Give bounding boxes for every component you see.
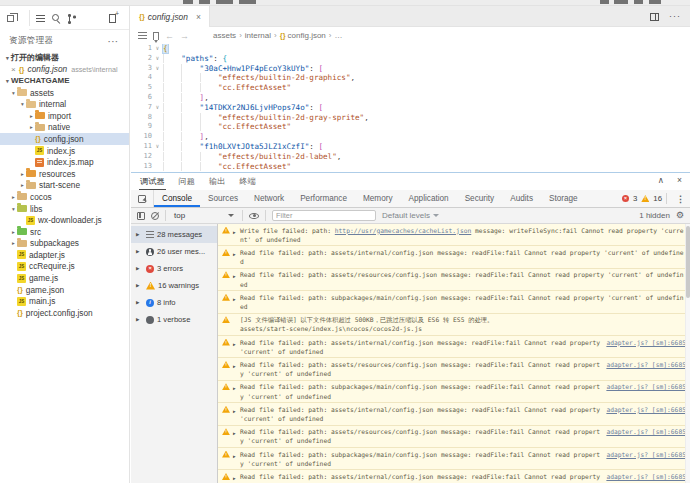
panel-tab-output[interactable]: 输出 <box>208 174 226 190</box>
fold-arrow-icon[interactable]: ∨ <box>152 142 163 152</box>
close-panel-icon[interactable]: × <box>677 176 682 185</box>
source-location-link[interactable]: adapter.js? [sm]:6685 <box>606 405 686 414</box>
devtools-tab-application[interactable]: Application <box>401 190 457 207</box>
tree-item[interactable]: ▸subpackages <box>0 238 129 250</box>
console-warning-message[interactable]: !▶Read file failed: path: assets/resourc… <box>218 269 690 291</box>
tree-item[interactable]: ▸src <box>0 226 129 238</box>
code-text[interactable]: "cc.EffectAsset" <box>163 122 690 132</box>
fold-arrow-icon[interactable]: ∨ <box>152 54 163 64</box>
console-filter-user-messages[interactable]: ▶26 user mes... <box>131 243 217 260</box>
code-text[interactable]: ], <box>163 132 690 142</box>
error-badge-icon[interactable]: × <box>622 195 629 202</box>
explorer-icon[interactable] <box>36 15 45 22</box>
devtools-tab-memory[interactable]: Memory <box>355 190 401 207</box>
code-text[interactable]: "f1h0LXVtJOta5JLZ1xCzfI": [ <box>163 142 690 152</box>
expand-arrow-icon[interactable]: ▶ <box>233 340 240 349</box>
source-location-link[interactable]: adapter.js? [sm]:6685 <box>606 472 686 481</box>
devtools-menu-icon[interactable]: ⋮ <box>676 194 685 204</box>
back-arrow-icon[interactable]: ← <box>165 31 174 41</box>
console-sidebar-toggle-icon[interactable] <box>137 212 145 220</box>
close-icon[interactable]: × <box>11 65 16 74</box>
tree-item[interactable]: ▾libs <box>0 203 129 215</box>
open-editor-config-json[interactable]: × config.json assets\internal <box>0 64 129 76</box>
panel-tab-terminal[interactable]: 终端 <box>238 174 256 190</box>
tree-item[interactable]: ▸import <box>0 110 129 122</box>
tree-item[interactable]: game.js <box>0 272 129 284</box>
expand-arrow-icon[interactable]: ▶ <box>233 384 240 393</box>
console-warning-message[interactable]: !▶Read file failed: path: assets/interna… <box>218 336 690 358</box>
more-actions-icon[interactable]: ··· <box>669 12 681 21</box>
console-warning-message[interactable]: !▶Read file failed: path: assets/resourc… <box>218 358 690 380</box>
code-text[interactable]: "cc.EffectAsset" <box>163 162 690 172</box>
code-text[interactable]: "cc.EffectAsset" <box>163 83 690 93</box>
console-link[interactable]: http://usr/gamecaches/cacheList.json <box>335 227 471 234</box>
expand-arrow-icon[interactable]: ▶ <box>233 407 240 416</box>
clear-console-icon[interactable] <box>151 212 159 220</box>
devtools-tab-security[interactable]: Security <box>457 190 503 207</box>
expand-arrow-icon[interactable]: ▶ <box>233 474 240 483</box>
tree-item[interactable]: game.json <box>0 284 129 296</box>
fold-arrow-icon[interactable]: ∨ <box>152 44 163 54</box>
code-text[interactable]: "effects/builtin-2d-gray-sprite", <box>163 113 690 123</box>
inspect-element-button[interactable] <box>131 190 154 207</box>
code-text[interactable]: "effects/builtin-2d-label", <box>163 152 690 162</box>
console-warning-message[interactable]: !▶Read file failed: path: subpackages/ma… <box>218 291 690 313</box>
console-filter-errors[interactable]: ▶×3 errors <box>131 260 217 277</box>
log-levels-selector[interactable]: Default levels <box>382 211 439 220</box>
tree-item[interactable]: adapter.js <box>0 249 129 261</box>
console-filter-verbose[interactable]: ▶1 verbose <box>131 311 217 328</box>
open-editors-section[interactable]: ▾ 打开的编辑器 <box>0 52 129 64</box>
console-filter-info[interactable]: ▶i8 info <box>131 294 217 311</box>
console-warning-message[interactable]: !▶Read file failed: path: subpackages/ma… <box>218 448 690 470</box>
search-icon[interactable] <box>52 14 61 23</box>
tree-item[interactable]: project.config.json <box>0 307 129 319</box>
panel-tab-problems[interactable]: 问题 <box>178 174 196 190</box>
devtools-tab-sources[interactable]: Sources <box>200 190 246 207</box>
warning-badge-icon[interactable]: ! <box>641 195 649 202</box>
expand-arrow-icon[interactable]: ▶ <box>233 452 240 461</box>
live-expression-icon[interactable] <box>249 213 259 219</box>
more-actions-icon[interactable]: ··· <box>108 37 119 46</box>
tree-item[interactable]: ▾internal <box>0 98 129 110</box>
source-location-link[interactable]: adapter.js? [sm]:6685 <box>606 360 686 369</box>
context-selector[interactable]: top <box>172 211 236 220</box>
code-text[interactable]: "effects/builtin-2d-graphics", <box>163 73 690 83</box>
tree-item[interactable]: ▸start-scene <box>0 180 129 192</box>
tab-config-json[interactable]: config.json × <box>131 6 210 27</box>
breadcrumb-item[interactable]: … <box>334 31 342 40</box>
console-warning-message[interactable]: !▶Read file failed: path: subpackages/ma… <box>218 381 690 403</box>
close-tab-icon[interactable]: × <box>196 12 201 22</box>
devtools-tab-performance[interactable]: Performance <box>292 190 355 207</box>
source-location-link[interactable]: adapter.js? [sm]:6685 <box>606 382 686 391</box>
fold-arrow-icon[interactable]: ∨ <box>152 64 163 74</box>
source-location-link[interactable]: adapter.js? [sm]:6685 <box>606 338 686 347</box>
source-location-link[interactable]: adapter.js? [sm]:6685 <box>606 427 686 436</box>
expand-arrow-icon[interactable]: ▶ <box>233 362 240 371</box>
collapse-panel-icon[interactable]: ∧ <box>658 176 664 185</box>
tree-item[interactable]: ▸cocos <box>0 191 129 203</box>
console-warning-message[interactable]: !▶Read file failed: path: assets/resourc… <box>218 426 690 448</box>
panel-tab-debugger[interactable]: 调试器 <box>139 174 166 190</box>
tree-item[interactable]: ccRequire.js <box>0 261 129 273</box>
bookmark-icon[interactable] <box>153 32 159 40</box>
scrollbar-thumb[interactable] <box>686 226 690 298</box>
console-scrollbar[interactable] <box>685 224 690 483</box>
code-area[interactable]: 1∨{2∨ "paths": {3∨ "30aC+Hnw1PF4pEcoY3kU… <box>131 44 690 172</box>
breadcrumb-item[interactable]: internal <box>245 31 271 40</box>
forward-arrow-icon[interactable]: → <box>180 31 189 41</box>
devtools-tab-console[interactable]: Console <box>154 190 200 207</box>
code-text[interactable]: "paths": { <box>163 54 690 64</box>
console-filter-all-messages[interactable]: ▶28 messages <box>131 226 217 243</box>
breadcrumb-item[interactable]: assets <box>213 31 236 40</box>
tree-item[interactable]: main.js <box>0 295 129 307</box>
code-text[interactable]: { <box>163 44 690 54</box>
filter-input[interactable] <box>272 210 376 221</box>
outline-icon[interactable] <box>138 32 147 39</box>
git-branch-icon[interactable] <box>67 14 76 24</box>
expand-arrow-icon[interactable]: ▶ <box>233 228 240 237</box>
tree-item[interactable]: ▾assets <box>0 87 129 99</box>
tree-item[interactable]: ▸resources <box>0 168 129 180</box>
split-editor-icon[interactable] <box>650 13 659 21</box>
source-location-link[interactable]: adapter.js? [sm]:6685 <box>606 450 686 459</box>
code-text[interactable]: "14TDKXr2NJ6LjvHPops74o": [ <box>163 103 690 113</box>
